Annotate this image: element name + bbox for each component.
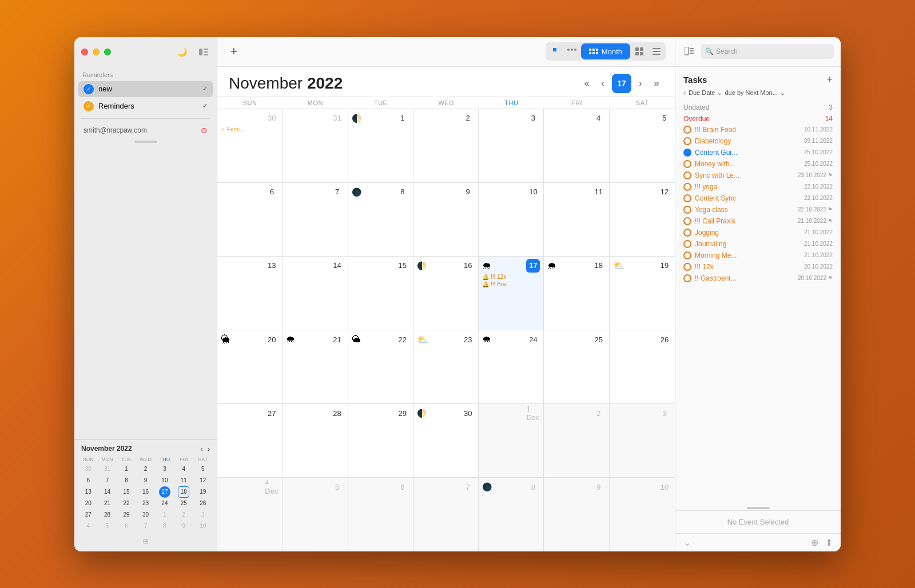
mini-day-14[interactable]: 14: [102, 486, 113, 498]
cal-cell-dec9[interactable]: 9: [544, 478, 609, 551]
cal-cell-15[interactable]: 15: [348, 257, 413, 330]
cal-cell-12[interactable]: 12: [610, 183, 675, 256]
cal-prev-button[interactable]: ‹: [596, 77, 610, 90]
task-item-12[interactable]: !!! 12k 20.10.2022: [675, 261, 841, 273]
mini-day-16[interactable]: 16: [140, 486, 151, 498]
cal-cell-dec8[interactable]: 🌑 8: [479, 478, 544, 551]
mini-day-2[interactable]: 2: [140, 463, 151, 475]
mini-day-dec6[interactable]: 6: [121, 521, 132, 532]
mini-day-6[interactable]: 6: [82, 475, 94, 486]
task-item-11[interactable]: Morning Me... 21.10.2022: [675, 250, 841, 261]
mini-day-21[interactable]: 21: [102, 498, 113, 509]
mini-day-20[interactable]: 20: [82, 498, 94, 509]
mini-day-7[interactable]: 7: [102, 475, 113, 486]
view-list-button[interactable]: [649, 43, 665, 59]
cal-cell-4[interactable]: 4: [544, 109, 609, 182]
cal-cell-22[interactable]: 🌥 22: [348, 330, 413, 403]
cal-cell-dec7[interactable]: 7: [413, 478, 479, 551]
view-grid-button[interactable]: [631, 43, 647, 59]
mini-cal-next[interactable]: ›: [208, 445, 210, 453]
task-item-6[interactable]: Content Sync 22.10.2022: [675, 193, 841, 204]
task-item-13[interactable]: !! Gastroent... 20.10.2022 ⚑: [675, 273, 841, 284]
mini-day-28[interactable]: 28: [102, 509, 113, 521]
share-bottom-icon[interactable]: ⬆: [825, 537, 833, 548]
cal-cell-dec6[interactable]: 6: [348, 478, 413, 551]
mini-day-22[interactable]: 22: [121, 498, 132, 509]
cal-cell-24[interactable]: 🌧 24: [479, 330, 544, 403]
mini-day-1[interactable]: 1: [121, 463, 132, 475]
cal-cell-dec3[interactable]: 3: [610, 404, 675, 477]
tasks-sort[interactable]: ↕ Due Date ⌄ due by Next Mon... ⌄: [675, 88, 841, 101]
cal-cell-16[interactable]: 🌓 16: [413, 257, 479, 330]
cal-cell-21[interactable]: 🌧 21: [283, 330, 348, 403]
cal-cell-10[interactable]: 10: [479, 183, 544, 256]
mini-day-12[interactable]: 12: [197, 475, 209, 486]
mini-day-13[interactable]: 13: [82, 486, 94, 498]
mini-day-30prev[interactable]: 30: [82, 463, 94, 475]
cal-cell-9[interactable]: 9: [413, 183, 479, 256]
mini-day-19[interactable]: 19: [197, 486, 209, 498]
tasks-add-button[interactable]: +: [826, 74, 833, 86]
task-item-1[interactable]: Diabetology 09.11.2022: [675, 135, 841, 147]
cal-cell-19[interactable]: ⛅ 19: [610, 257, 675, 330]
chevron-down-icon[interactable]: ⌄: [683, 537, 691, 548]
mini-day-17[interactable]: 17: [159, 486, 170, 498]
mini-day-5[interactable]: 5: [197, 463, 209, 475]
mini-day-dec7[interactable]: 7: [140, 521, 151, 532]
task-item-9[interactable]: Jogging 21.10.2022: [675, 227, 841, 238]
cal-cell-29[interactable]: 29: [348, 404, 413, 477]
mini-day-dec2[interactable]: 2: [178, 509, 189, 521]
cal-cell-31prev[interactable]: 31: [283, 109, 348, 182]
mini-day-25[interactable]: 25: [178, 498, 189, 509]
cal-cell-6[interactable]: 6: [217, 183, 283, 256]
mini-day-10[interactable]: 10: [159, 475, 170, 486]
cal-cell-13[interactable]: 13: [217, 257, 283, 330]
cal-cell-30prev[interactable]: 30 ✓ Femi...: [217, 109, 283, 182]
mini-day-26[interactable]: 26: [197, 498, 209, 509]
mini-day-dec4[interactable]: 4: [82, 521, 94, 532]
mini-day-3[interactable]: 3: [159, 463, 170, 475]
cal-cell-28[interactable]: 28: [283, 404, 348, 477]
cal-cell-8[interactable]: 🌑 8: [348, 183, 413, 256]
cal-next-button[interactable]: ›: [634, 77, 647, 90]
view-week-button[interactable]: [564, 43, 580, 56]
cal-cell-3[interactable]: 3: [479, 109, 544, 182]
cal-cell-14[interactable]: 14: [283, 257, 348, 330]
cal-cell-2[interactable]: 2: [413, 109, 479, 182]
mini-day-dec1[interactable]: 1: [159, 509, 170, 521]
search-input[interactable]: [716, 47, 829, 55]
mini-day-11[interactable]: 11: [178, 475, 189, 486]
task-item-2[interactable]: Content Gui... 25.10.2022: [675, 147, 841, 158]
cal-cell-25[interactable]: 25: [544, 330, 609, 403]
moon-icon[interactable]: 🌙: [176, 46, 188, 58]
cal-cell-26[interactable]: 26: [610, 330, 675, 403]
task-item-5[interactable]: !!! yoga 22.10.2022: [675, 181, 841, 193]
mini-day-15[interactable]: 15: [121, 486, 132, 498]
cal-today-button[interactable]: 17: [612, 74, 631, 93]
mini-day-dec3[interactable]: 3: [197, 509, 209, 521]
panel-sidebar-icon[interactable]: [682, 45, 696, 58]
view-month-button[interactable]: Month: [581, 43, 630, 59]
cal-cell-dec10[interactable]: 10: [610, 478, 675, 551]
cal-cell-7[interactable]: 7: [283, 183, 348, 256]
minimize-button[interactable]: [93, 49, 100, 55]
task-item-10[interactable]: Journaling 21.10.2022: [675, 238, 841, 250]
mini-day-29[interactable]: 29: [121, 509, 132, 521]
mini-day-23[interactable]: 23: [140, 498, 151, 509]
mini-day-30[interactable]: 30: [140, 509, 151, 521]
mini-day-18[interactable]: 18: [178, 486, 189, 498]
task-item-4[interactable]: Sync with Le... 23.10.2022 ⚑: [675, 170, 841, 181]
mini-day-31prev[interactable]: 31: [102, 463, 113, 475]
task-item-0[interactable]: !!! Brain Food 10.11.2022: [675, 124, 841, 135]
task-item-8[interactable]: !!! Call Praxis 21.10.2022 ⚑: [675, 215, 841, 227]
cal-cell-dec5[interactable]: 5: [283, 478, 348, 551]
cal-cell-dec2[interactable]: 2: [544, 404, 609, 477]
mini-cal-prev[interactable]: ‹: [200, 445, 202, 453]
cal-first-button[interactable]: «: [580, 77, 594, 90]
cal-last-button[interactable]: »: [650, 77, 663, 90]
cal-cell-18[interactable]: 🌧 18: [544, 257, 609, 330]
mini-day-8[interactable]: 8: [121, 475, 132, 486]
task-item-7[interactable]: Yoga class 22.10.2022 ⚑: [675, 204, 841, 215]
mini-day-dec10[interactable]: 10: [197, 521, 209, 532]
cal-cell-20[interactable]: 🌦 20: [217, 330, 283, 403]
